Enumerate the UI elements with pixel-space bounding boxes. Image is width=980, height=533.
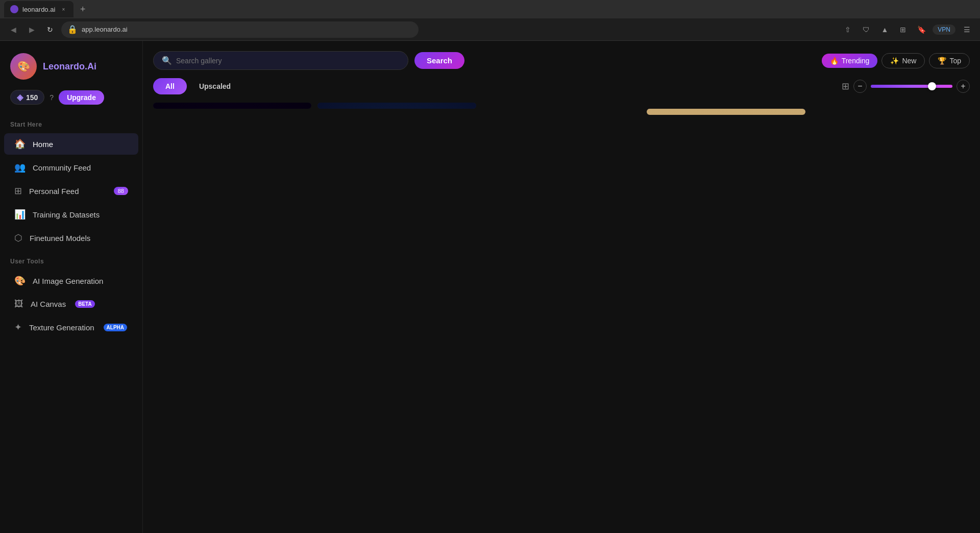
overlay-btn-expand[interactable]: ⤢ xyxy=(201,108,218,109)
image-card-hieroglyph[interactable]: 𓀀 𓀁 𓀂 𓀃 𓂀 𓂁 𓂂 𓂃 𓃀 𓃁 𓃂 𓃃 𓄀 𓄁 𓄂 𓄃 𓅀 𓅁 𓅂 𓅃 … xyxy=(647,109,805,115)
zoom-plus-button[interactable]: + xyxy=(957,80,970,93)
sidebar-item-label: AI Canvas xyxy=(31,300,66,308)
new-tab-button[interactable]: + xyxy=(76,2,90,16)
sidebar-item-label: Finetuned Models xyxy=(30,234,90,243)
sidebar-item-personal-feed[interactable]: ⊞ Personal Feed 88 xyxy=(4,180,138,202)
sidebar-item-ai-image[interactable]: 🎨 AI Image Generation xyxy=(4,270,138,292)
alpha-badge: ALPHA xyxy=(104,324,127,331)
sidebar-item-community-feed[interactable]: 👥 Community Feed xyxy=(4,157,138,178)
community-icon: 👥 xyxy=(14,162,26,173)
sidebar-item-label: Training & Datasets xyxy=(33,210,100,219)
search-input[interactable] xyxy=(176,57,400,65)
bookmark-icon[interactable]: 🔖 xyxy=(914,22,928,37)
overlay-btn-grid-hieroglyph[interactable]: ⊞ xyxy=(652,114,669,115)
sidebar: 🎨 Leonardo.Ai ◈ 150 ? Upgrade Start Here… xyxy=(0,41,143,533)
app-wrapper: 🎨 Leonardo.Ai ◈ 150 ? Upgrade Start Here… xyxy=(0,41,980,533)
tabs-row: All Upscaled ⊞ − + xyxy=(153,78,970,94)
ai-canvas-icon: 🖼 xyxy=(14,299,23,309)
credits-info-button[interactable]: ? xyxy=(50,93,54,102)
image-card-tree[interactable]: ⊞ ✏ ⤢ xyxy=(317,103,476,109)
home-icon: 🏠 xyxy=(14,138,26,150)
sidebar-item-ai-canvas[interactable]: 🖼 AI Canvas BETA xyxy=(4,294,138,314)
sidebar-item-label: Texture Generation xyxy=(29,323,94,332)
start-here-label: Start Here xyxy=(0,113,142,132)
overlay-btn-expand-hieroglyph[interactable]: ⤢ xyxy=(695,114,712,115)
top-icon: 🏆 xyxy=(938,57,946,65)
sidebar-item-finetuned[interactable]: ⬡ Finetuned Models xyxy=(4,227,138,249)
forward-button[interactable]: ▶ xyxy=(24,22,39,37)
trending-icon: 🔥 xyxy=(830,57,839,65)
zoom-slider-thumb xyxy=(928,82,936,90)
sidebar-item-training[interactable]: 📊 Training & Datasets xyxy=(4,204,138,225)
sidebar-profile: 🎨 Leonardo.Ai xyxy=(0,49,142,90)
sidebar-item-label: AI Image Generation xyxy=(33,277,103,285)
tab-title: leonardo.ai xyxy=(22,6,55,13)
sidebar-item-label: Personal Feed xyxy=(29,187,79,196)
overlay-btn-edit-hieroglyph[interactable]: ✏ xyxy=(673,114,691,115)
avatar: 🎨 xyxy=(10,53,37,80)
zoom-slider[interactable] xyxy=(871,85,952,88)
tab-favicon xyxy=(10,5,18,13)
sidebar-item-home[interactable]: 🏠 Home xyxy=(4,133,138,155)
overlay-btn-grid-tree[interactable]: ⊞ xyxy=(323,108,340,109)
triangle-icon[interactable]: ▲ xyxy=(877,22,892,37)
image-card-rocket[interactable]: ⊞ ✏ ⤢ xyxy=(153,103,311,109)
tab-upscaled[interactable]: Upscaled xyxy=(187,78,243,94)
overlay-btn-edit[interactable]: ✏ xyxy=(180,108,197,109)
personal-feed-badge: 88 xyxy=(114,187,128,195)
image-grid: ⊞ ✏ ⤢ xyxy=(153,103,970,115)
zoom-controls: ⊞ − + xyxy=(842,80,970,93)
main-content: 🔍 Search 🔥 Trending ✨ New 🏆 Top xyxy=(143,41,980,533)
credits-badge: ◈ 150 xyxy=(10,90,44,105)
overlay-btn-grid[interactable]: ⊞ xyxy=(158,108,176,109)
training-icon: 📊 xyxy=(14,209,26,220)
active-tab[interactable]: leonardo.ai × xyxy=(4,1,74,17)
address-bar[interactable]: 🔒 app.leonardo.ai xyxy=(61,21,419,38)
profile-name: Leonardo.Ai xyxy=(43,61,96,72)
overlay-btn-expand-tree[interactable]: ⤢ xyxy=(365,108,383,109)
shield-icon[interactable]: 🛡 xyxy=(859,22,873,37)
sidebar-item-label: Community Feed xyxy=(33,163,91,172)
sidebar-item-texture[interactable]: ✦ Texture Generation ALPHA xyxy=(4,317,138,338)
resize-icon[interactable]: ⊞ xyxy=(896,22,910,37)
finetuned-icon: ⬡ xyxy=(14,232,22,244)
url-text: app.leonardo.ai xyxy=(82,26,128,33)
vpn-badge[interactable]: VPN xyxy=(933,25,955,35)
search-icon: 🔍 xyxy=(162,56,172,65)
filter-buttons: 🔥 Trending ✨ New 🏆 Top xyxy=(822,53,970,68)
share-icon[interactable]: ⇧ xyxy=(841,22,855,37)
sidebar-item-label: Home xyxy=(33,140,53,149)
ai-image-icon: 🎨 xyxy=(14,275,26,286)
menu-icon[interactable]: ☰ xyxy=(960,22,974,37)
credits-row: ◈ 150 ? Upgrade xyxy=(0,90,142,113)
new-icon: ✨ xyxy=(890,57,899,65)
overlay-btn-edit-tree[interactable]: ✏ xyxy=(344,108,361,109)
lock-icon: 🔒 xyxy=(67,25,78,34)
credit-icon: ◈ xyxy=(17,92,23,102)
credits-amount: 150 xyxy=(26,93,38,102)
tab-all[interactable]: All xyxy=(153,78,187,94)
beta-badge: BETA xyxy=(75,300,94,308)
upgrade-button[interactable]: Upgrade xyxy=(59,90,104,105)
browser-nav-bar: ◀ ▶ ↻ 🔒 app.leonardo.ai ⇧ 🛡 ▲ ⊞ 🔖 VPN ☰ xyxy=(0,18,980,41)
grid-view-icon[interactable]: ⊞ xyxy=(842,81,849,92)
trending-filter-button[interactable]: 🔥 Trending xyxy=(822,54,878,68)
browser-chrome: leonardo.ai × + ◀ ▶ ↻ 🔒 app.leonardo.ai … xyxy=(0,0,980,41)
reload-button[interactable]: ↻ xyxy=(43,22,57,37)
search-input-wrapper[interactable]: 🔍 xyxy=(153,51,408,70)
new-filter-button[interactable]: ✨ New xyxy=(881,53,925,68)
zoom-minus-button[interactable]: − xyxy=(853,80,867,93)
user-tools-label: User Tools xyxy=(0,250,142,269)
search-bar: 🔍 Search 🔥 Trending ✨ New 🏆 Top xyxy=(153,51,970,70)
back-button[interactable]: ◀ xyxy=(6,22,20,37)
nav-right-controls: ⇧ 🛡 ▲ ⊞ 🔖 VPN ☰ xyxy=(841,22,974,37)
top-filter-button[interactable]: 🏆 Top xyxy=(929,53,970,68)
personal-feed-icon: ⊞ xyxy=(14,185,22,197)
tab-close-button[interactable]: × xyxy=(59,5,67,13)
search-button[interactable]: Search xyxy=(414,52,464,69)
texture-icon: ✦ xyxy=(14,322,22,333)
tab-bar: leonardo.ai × + xyxy=(0,0,980,18)
